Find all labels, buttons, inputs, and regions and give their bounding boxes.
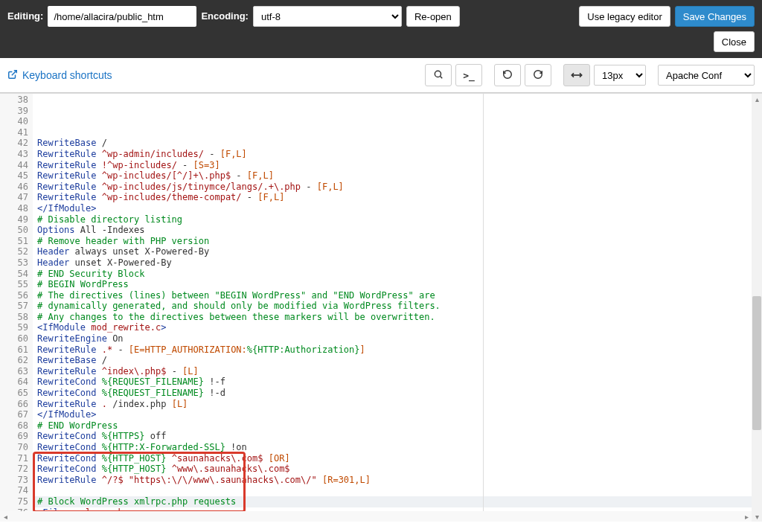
legacy-editor-button[interactable]: Use legacy editor xyxy=(579,6,670,27)
reopen-button[interactable]: Re-open xyxy=(406,6,460,27)
code-line: RewriteCond %{HTTP:X-Forwarded-SSL} !on xyxy=(37,442,762,453)
line-number: 56 xyxy=(0,290,28,301)
save-changes-button[interactable]: Save Changes xyxy=(675,6,755,27)
encoding-select[interactable]: utf-8 xyxy=(253,6,402,27)
line-number: 47 xyxy=(0,192,28,203)
scroll-up-icon[interactable]: ▴ xyxy=(752,94,762,104)
code-line: RewriteCond %{REQUEST_FILENAME} !-f xyxy=(37,376,762,388)
line-number: 52 xyxy=(0,246,28,257)
line-number: 74 xyxy=(0,485,28,496)
undo-button[interactable] xyxy=(494,64,521,86)
code-line: RewriteCond %{REQUEST_FILENAME} !-d xyxy=(37,388,762,399)
code-line: Header always unset X-Powered-By xyxy=(37,246,762,257)
line-number: 66 xyxy=(0,399,28,410)
terminal-icon: >_ xyxy=(463,70,475,81)
line-number: 72 xyxy=(0,464,28,475)
line-number: 41 xyxy=(0,127,28,138)
redo-icon xyxy=(533,69,543,82)
line-number: 57 xyxy=(0,301,28,312)
scroll-left-icon[interactable]: ◂ xyxy=(0,511,10,522)
redo-button[interactable] xyxy=(525,64,551,86)
external-link-icon xyxy=(7,69,18,82)
line-number: 39 xyxy=(0,106,28,117)
code-area[interactable]: RewriteBase /RewriteRule ^wp-admin/inclu… xyxy=(33,94,762,522)
editor: 3839404142434445464748495051525354555657… xyxy=(0,93,762,522)
code-line: # Block WordPress xmlrpc.php requests xyxy=(37,496,762,507)
terminal-button[interactable]: >_ xyxy=(455,64,482,86)
code-line: RewriteRule !^wp-includes/ - [S=3] xyxy=(37,160,762,171)
fontsize-select[interactable]: 13px xyxy=(594,65,646,86)
line-gutter: 3839404142434445464748495051525354555657… xyxy=(0,94,33,522)
line-number: 62 xyxy=(0,355,28,366)
code-line: # END Security Block xyxy=(37,269,762,280)
code-line: RewriteRule ^index\.php$ - [L] xyxy=(37,366,762,377)
search-button[interactable] xyxy=(425,64,452,86)
mid-toolbar: Keyboard shortcuts >_ 13px Apache Conf xyxy=(0,58,762,93)
line-number: 63 xyxy=(0,366,28,377)
scroll-down-icon[interactable]: ▾ xyxy=(752,511,762,522)
line-number: 59 xyxy=(0,322,28,333)
line-number: 69 xyxy=(0,431,28,442)
editing-label: Editing: xyxy=(7,6,43,27)
line-number: 42 xyxy=(0,138,28,149)
code-line: RewriteRule ^wp-includes/[^/]+\.php$ - [… xyxy=(37,170,762,182)
line-number: 67 xyxy=(0,409,28,420)
code-line: Header unset X-Powered-By xyxy=(37,257,762,269)
undo-icon xyxy=(502,69,513,82)
line-number: 40 xyxy=(0,116,28,127)
line-number: 65 xyxy=(0,388,28,399)
code-line: # END WordPress xyxy=(37,420,762,432)
code-line: RewriteEngine On xyxy=(37,333,762,344)
line-number: 75 xyxy=(0,496,28,507)
print-margin xyxy=(483,94,484,522)
code-line: RewriteCond %{HTTP_HOST} ^saunahacks\.co… xyxy=(37,453,762,464)
wrap-button[interactable] xyxy=(563,64,590,86)
line-number: 73 xyxy=(0,475,28,486)
code-line: # dynamically generated, and should only… xyxy=(37,301,762,312)
code-line: <IfModule mod_rewrite.c> xyxy=(37,322,762,333)
line-number: 54 xyxy=(0,269,28,280)
syntax-select[interactable]: Apache Conf xyxy=(658,65,755,86)
code-line: RewriteRule ^wp-includes/theme-compat/ -… xyxy=(37,192,762,203)
line-number: 49 xyxy=(0,214,28,225)
line-number: 53 xyxy=(0,257,28,269)
code-line: # Any changes to the directives between … xyxy=(37,312,762,323)
keyboard-shortcuts-label: Keyboard shortcuts xyxy=(22,69,112,81)
code-line: RewriteRule . /index.php [L] xyxy=(37,399,762,410)
code-line xyxy=(37,485,762,496)
line-number: 50 xyxy=(0,225,28,236)
code-line: RewriteRule ^/?$ "https\:\/\/www\.saunah… xyxy=(37,475,762,486)
wrap-icon xyxy=(571,70,583,81)
line-number: 38 xyxy=(0,94,28,106)
code-line: # BEGIN WordPress xyxy=(37,279,762,290)
scroll-right-icon[interactable]: ▸ xyxy=(741,511,752,522)
code-line: RewriteRule .* - [E=HTTP_AUTHORIZATION:%… xyxy=(37,344,762,356)
code-line: RewriteCond %{HTTP_HOST} ^www\.saunahack… xyxy=(37,464,762,475)
line-number: 61 xyxy=(0,344,28,356)
line-number: 51 xyxy=(0,236,28,247)
code-line: RewriteBase / xyxy=(37,355,762,366)
line-number: 70 xyxy=(0,442,28,453)
line-number: 48 xyxy=(0,203,28,214)
line-number: 55 xyxy=(0,279,28,290)
code-line: Options All -Indexes xyxy=(37,225,762,236)
line-number: 64 xyxy=(0,376,28,388)
code-line: # Remove header with PHP version xyxy=(37,236,762,247)
line-number: 45 xyxy=(0,170,28,182)
scroll-thumb[interactable] xyxy=(752,296,761,430)
code-line: RewriteCond %{HTTPS} off xyxy=(37,431,762,442)
search-icon xyxy=(433,69,444,82)
code-line: </IfModule> xyxy=(37,203,762,214)
encoding-label: Encoding: xyxy=(201,6,249,27)
code-line: RewriteRule ^wp-admin/includes/ - [F,L] xyxy=(37,149,762,160)
horizontal-scrollbar[interactable]: ◂ ▸ xyxy=(0,511,752,522)
line-number: 60 xyxy=(0,333,28,344)
close-button[interactable]: Close xyxy=(714,31,755,52)
file-path-input[interactable] xyxy=(48,6,196,27)
vertical-scrollbar[interactable]: ▴ ▾ xyxy=(752,94,762,522)
code-line: RewriteRule ^wp-includes/js/tinymce/lang… xyxy=(37,182,762,193)
svg-point-0 xyxy=(435,71,441,77)
keyboard-shortcuts-link[interactable]: Keyboard shortcuts xyxy=(7,69,112,82)
line-number: 46 xyxy=(0,182,28,193)
code-line: # Disable directory listing xyxy=(37,214,762,225)
